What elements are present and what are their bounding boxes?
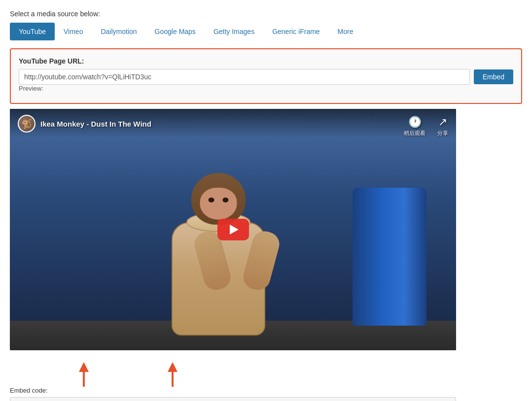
embed-code-section: Embed code: <style>.embed-container { po…	[10, 358, 456, 401]
url-panel-label: YouTube Page URL:	[19, 57, 513, 65]
youtube-url-input[interactable]	[19, 69, 470, 85]
arrow-left	[69, 362, 99, 387]
eye-left	[208, 198, 214, 202]
watch-later-icon: 🕐	[408, 116, 422, 129]
watch-later-label: 稍后观看	[404, 130, 426, 137]
video-blue-barrel	[353, 188, 426, 326]
url-panel: YouTube Page URL: Embed Preview:	[10, 48, 522, 104]
embed-code-box[interactable]: <style>.embed-container { position: rela…	[10, 397, 456, 401]
play-icon	[230, 225, 239, 234]
video-top-controls: 🕐 稍后观看 ↗ 分享	[404, 116, 448, 137]
eye-right	[222, 198, 228, 202]
tab-more[interactable]: More	[329, 23, 362, 40]
monkey-figure	[144, 143, 292, 350]
embed-button[interactable]: Embed	[474, 69, 513, 84]
tab-getty-images[interactable]: Getty Images	[205, 23, 263, 40]
share-label: 分享	[437, 130, 448, 137]
tab-generic-iframe[interactable]: Generic iFrame	[263, 23, 328, 40]
tab-dailymotion[interactable]: Dailymotion	[92, 23, 145, 40]
share-control[interactable]: ↗ 分享	[437, 116, 448, 137]
media-source-tabs: YouTube Vimeo Dailymotion Google Maps Ge…	[10, 23, 522, 40]
arrows-row	[10, 358, 456, 387]
share-icon: ↗	[438, 116, 447, 129]
select-media-label: Select a media source below:	[10, 10, 522, 18]
tab-google-maps[interactable]: Google Maps	[146, 23, 205, 40]
arrow-right	[158, 362, 187, 387]
tab-vimeo[interactable]: Vimeo	[55, 23, 92, 40]
video-title-bar: 🐒 Ikea Monkey - Dust In The Wind	[10, 109, 456, 138]
tab-youtube[interactable]: YouTube	[10, 23, 55, 40]
url-input-row: Embed	[19, 69, 513, 85]
video-channel-avatar: 🐒	[18, 115, 35, 133]
play-button[interactable]	[217, 219, 249, 240]
video-title: Ikea Monkey - Dust In The Wind	[40, 120, 151, 128]
preview-label: Preview:	[19, 85, 513, 92]
embed-code-label: Embed code:	[10, 387, 456, 394]
watch-later-control[interactable]: 🕐 稍后观看	[404, 116, 426, 137]
video-preview: 🐒 Ikea Monkey - Dust In The Wind 🕐 稍后观看 …	[10, 109, 456, 350]
monkey-face	[200, 188, 237, 220]
